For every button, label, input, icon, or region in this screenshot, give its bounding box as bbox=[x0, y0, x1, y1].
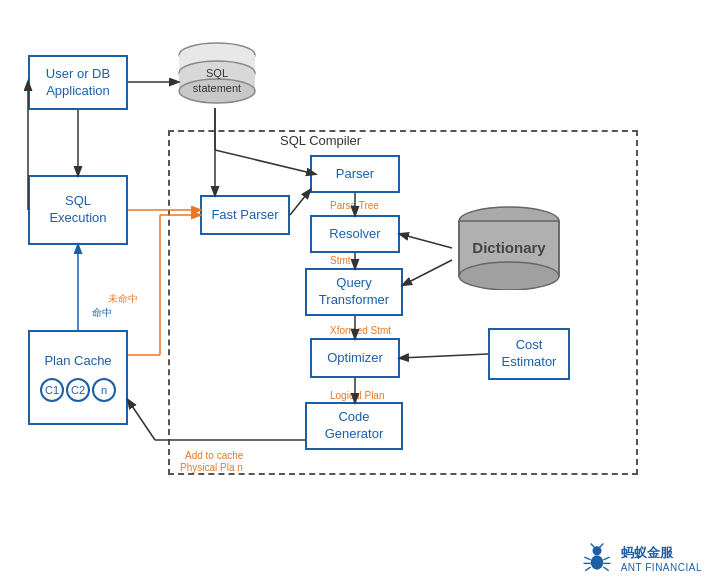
cost-estimator-label: Cost Estimator bbox=[502, 337, 557, 371]
cache-oval-c1: C1 bbox=[40, 378, 64, 402]
svg-line-45 bbox=[603, 567, 608, 571]
svg-text:Dictionary: Dictionary bbox=[472, 239, 546, 256]
miss-label: 未命中 bbox=[108, 292, 138, 306]
fast-parser-box: Fast Parser bbox=[200, 195, 290, 235]
svg-text:statement: statement bbox=[193, 82, 241, 94]
optimizer-label: Optimizer bbox=[327, 350, 383, 367]
logo-en: ANT FINANCIAL bbox=[621, 562, 702, 573]
optimizer-box: Optimizer bbox=[310, 338, 400, 378]
cost-estimator-box: Cost Estimator bbox=[488, 328, 570, 380]
cache-oval-c2: C2 bbox=[66, 378, 90, 402]
compiler-box bbox=[168, 130, 638, 475]
logical-plan-label: Logical Plan bbox=[330, 390, 384, 401]
parse-tree-label: Parse Tree bbox=[330, 200, 379, 211]
plan-cache-box: Plan Cache C1 C2 n bbox=[28, 330, 128, 425]
logo-text: 蚂蚁金服 ANT FINANCIAL bbox=[621, 544, 702, 573]
compiler-label: SQL Compiler bbox=[280, 133, 361, 148]
svg-line-39 bbox=[599, 544, 603, 548]
code-generator-label: Code Generator bbox=[325, 409, 384, 443]
logo-area: 蚂蚁金服 ANT FINANCIAL bbox=[579, 540, 702, 576]
xformed-stmt-label: Xformed Stmt bbox=[330, 325, 391, 336]
parser-label: Parser bbox=[336, 166, 374, 183]
query-transformer-box: Query Transformer bbox=[305, 268, 403, 316]
svg-point-37 bbox=[590, 555, 603, 569]
sql-execution-label: SQL Execution bbox=[49, 193, 106, 227]
svg-text:SQL: SQL bbox=[206, 67, 228, 79]
plan-cache-label: Plan Cache bbox=[44, 353, 111, 370]
physical-plan-label: Physical Pla n bbox=[180, 462, 243, 473]
sql-statement-cloud: SQL statement bbox=[172, 35, 262, 114]
fast-parser-label: Fast Parser bbox=[211, 207, 278, 224]
svg-line-38 bbox=[590, 544, 594, 548]
query-transformer-label: Query Transformer bbox=[319, 275, 389, 309]
dictionary-cylinder: Dictionary bbox=[452, 205, 567, 290]
user-db-label: User or DB Application bbox=[46, 66, 110, 100]
resolver-box: Resolver bbox=[310, 215, 400, 253]
svg-point-12 bbox=[459, 262, 559, 290]
code-generator-box: Code Generator bbox=[305, 402, 403, 450]
logo-cn: 蚂蚁金服 bbox=[621, 544, 673, 562]
cache-oval-n: n bbox=[92, 378, 116, 402]
svg-line-43 bbox=[603, 557, 609, 560]
svg-line-40 bbox=[584, 557, 590, 560]
user-db-box: User or DB Application bbox=[28, 55, 128, 110]
svg-line-27 bbox=[128, 400, 155, 440]
hit-label: 命中 bbox=[92, 306, 112, 320]
sql-execution-box: SQL Execution bbox=[28, 175, 128, 245]
svg-line-42 bbox=[585, 567, 590, 571]
resolver-label: Resolver bbox=[329, 226, 380, 243]
add-to-cache-label: Add to cache bbox=[185, 450, 243, 461]
ant-financial-icon bbox=[579, 540, 615, 576]
parser-box: Parser bbox=[310, 155, 400, 193]
stmt-label: Stmt bbox=[330, 255, 351, 266]
